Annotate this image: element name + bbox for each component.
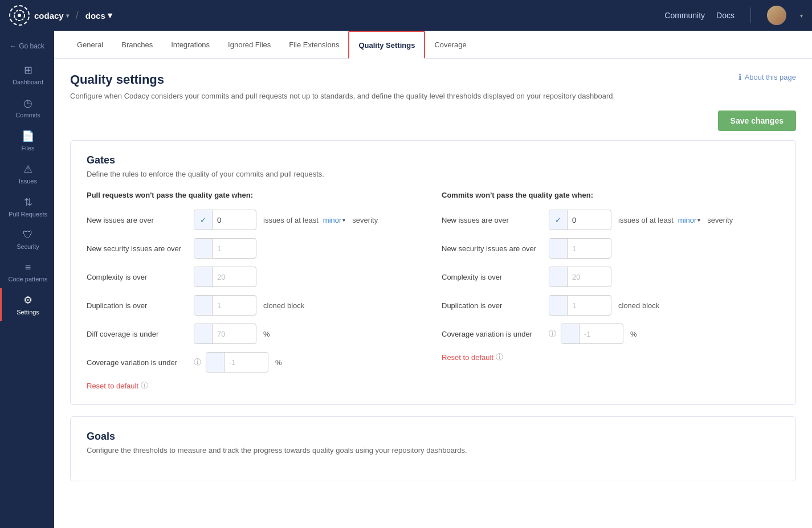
- code-patterns-icon: ≡: [25, 261, 31, 273]
- cm-coverage-variation-input[interactable]: [580, 326, 619, 342]
- cm-complexity-input-wrap: [549, 267, 611, 287]
- sidebar-item-commits[interactable]: ◷ Commits: [0, 91, 54, 124]
- pr-coverage-variation-input[interactable]: [225, 355, 264, 370]
- dashboard-icon: ⊞: [24, 64, 32, 76]
- commits-icon: ◷: [23, 97, 32, 109]
- pr-severity-value[interactable]: minor: [323, 216, 342, 224]
- pr-duplication-label: Duplication is over: [87, 301, 189, 310]
- cm-severity-caret-icon[interactable]: ▾: [697, 217, 700, 223]
- sidebar-item-issues[interactable]: ⚠ Issues: [0, 157, 54, 190]
- go-back-button[interactable]: ← Go back: [0, 36, 54, 58]
- cm-security-issues-checkbox[interactable]: [549, 239, 568, 258]
- sidebar-item-dashboard[interactable]: ⊞ Dashboard: [0, 58, 54, 91]
- sidebar-item-settings[interactable]: ⚙ Settings: [0, 288, 54, 321]
- cm-coverage-variation-checkbox[interactable]: [561, 324, 580, 343]
- cm-severity-value[interactable]: minor: [678, 216, 697, 224]
- cm-reset-to-default[interactable]: Reset to default ⓘ: [442, 352, 780, 362]
- cm-reset-label: Reset to default: [442, 353, 493, 362]
- pr-reset-to-default[interactable]: Reset to default ⓘ: [87, 380, 425, 391]
- checkmark-icon: ✓: [555, 216, 561, 224]
- about-this-page-link[interactable]: ℹ About this page: [738, 72, 796, 81]
- pr-security-issues-checkbox[interactable]: [194, 239, 213, 258]
- sidebar-item-security[interactable]: 🛡 Security: [0, 223, 54, 256]
- brand-name[interactable]: codacy ▾: [34, 11, 69, 21]
- cm-new-issues-row: New issues are over ✓ issues of at least…: [442, 210, 780, 230]
- cm-security-issues-input[interactable]: [568, 241, 607, 256]
- pr-diff-coverage-label: Diff coverage is under: [87, 330, 189, 338]
- cm-complexity-checkbox[interactable]: [549, 267, 568, 286]
- pr-complexity-row: Complexity is over: [87, 267, 425, 287]
- gates-description: Define the rules to enforce the quality …: [87, 170, 780, 178]
- avatar-caret-icon[interactable]: ▾: [800, 13, 803, 19]
- sidebar-item-label: Commits: [15, 112, 40, 118]
- checkmark-icon: ✓: [200, 216, 206, 224]
- repo-name[interactable]: docs ▾: [85, 10, 112, 21]
- back-arrow-icon: ←: [10, 42, 17, 50]
- cm-new-issues-input-wrap: ✓: [549, 210, 611, 230]
- cm-coverage-variation-suffix: %: [630, 330, 637, 338]
- pr-duplication-input[interactable]: [213, 298, 252, 313]
- pr-coverage-variation-checkbox[interactable]: [206, 353, 225, 372]
- cm-new-issues-label: New issues are over: [442, 216, 544, 224]
- cm-duplication-label: Duplication is over: [442, 301, 544, 310]
- goals-description: Configure the thresholds to measure and …: [87, 446, 780, 455]
- tab-ignored-files[interactable]: Ignored Files: [219, 31, 280, 58]
- cm-new-issues-checkbox[interactable]: ✓: [549, 210, 568, 230]
- tab-integrations[interactable]: Integrations: [162, 31, 219, 58]
- cm-complexity-row: Complexity is over: [442, 267, 780, 287]
- pr-coverage-variation-info-icon[interactable]: ⓘ: [194, 357, 201, 367]
- pr-security-issues-row: New security issues are over: [87, 238, 425, 259]
- pr-severity-suffix: severity: [352, 216, 378, 224]
- pr-security-issues-input[interactable]: [213, 241, 252, 256]
- cm-duplication-checkbox[interactable]: [549, 296, 568, 315]
- pr-coverage-variation-input-wrap: [206, 352, 268, 373]
- cm-complexity-input[interactable]: [568, 269, 607, 285]
- pr-complexity-checkbox[interactable]: [194, 267, 213, 286]
- pr-new-issues-input-wrap: ✓: [194, 210, 256, 230]
- pr-diff-coverage-checkbox[interactable]: [194, 324, 213, 343]
- save-changes-button[interactable]: Save changes: [718, 110, 796, 131]
- cm-reset-info-icon[interactable]: ⓘ: [496, 352, 503, 362]
- pr-diff-coverage-suffix: %: [263, 330, 270, 338]
- page-content: Quality settings ℹ About this page Confi…: [54, 59, 812, 528]
- tab-branches[interactable]: Branches: [112, 31, 162, 58]
- pr-diff-coverage-input[interactable]: [213, 326, 252, 342]
- cm-duplication-row: Duplication is over cloned block: [442, 295, 780, 316]
- pr-severity-select[interactable]: minor ▾: [323, 216, 346, 224]
- main-content: General Branches Integrations Ignored Fi…: [54, 31, 812, 528]
- sidebar-item-files[interactable]: 📄 Files: [0, 124, 54, 157]
- cm-duplication-input[interactable]: [568, 298, 607, 313]
- cm-duplication-input-wrap: [549, 295, 611, 316]
- tab-quality-settings[interactable]: Quality Settings: [348, 31, 425, 59]
- sidebar-item-code-patterns[interactable]: ≡ Code patterns: [0, 256, 54, 288]
- pr-new-issues-input[interactable]: [213, 212, 252, 228]
- avatar[interactable]: [767, 6, 786, 25]
- pr-new-issues-checkbox[interactable]: ✓: [194, 210, 213, 230]
- sidebar-item-pull-requests[interactable]: ⇅ Pull Requests: [0, 190, 54, 223]
- avatar-image: [767, 6, 786, 25]
- tab-coverage[interactable]: Coverage: [425, 31, 475, 58]
- tab-file-extensions[interactable]: File Extensions: [280, 31, 348, 58]
- community-link[interactable]: Community: [664, 11, 705, 20]
- pr-coverage-variation-label: Coverage variation is under: [87, 358, 189, 367]
- tab-general[interactable]: General: [68, 31, 112, 58]
- docs-link[interactable]: Docs: [716, 11, 735, 20]
- goals-card: Goals Configure the thresholds to measur…: [70, 416, 796, 481]
- gates-title: Gates: [87, 154, 780, 166]
- gates-grid: Pull requests won't pass the quality gat…: [87, 191, 780, 391]
- sidebar-item-label: Issues: [19, 178, 37, 185]
- pr-duplication-checkbox[interactable]: [194, 296, 213, 315]
- cm-new-issues-input[interactable]: [568, 212, 607, 228]
- pr-complexity-input[interactable]: [213, 269, 252, 285]
- cm-severity-suffix: severity: [707, 216, 733, 224]
- pr-duplication-input-wrap: [194, 295, 256, 316]
- about-link-label: About this page: [745, 73, 796, 81]
- page-description: Configure when Codacy considers your com…: [70, 92, 796, 100]
- cm-severity-select[interactable]: minor ▾: [678, 216, 701, 224]
- pr-complexity-input-wrap: [194, 267, 256, 287]
- svg-point-1: [18, 14, 21, 17]
- pr-reset-label: Reset to default: [87, 382, 138, 390]
- pr-reset-info-icon[interactable]: ⓘ: [141, 380, 148, 391]
- cm-coverage-variation-info-icon[interactable]: ⓘ: [549, 329, 556, 339]
- pr-severity-caret-icon[interactable]: ▾: [342, 217, 345, 223]
